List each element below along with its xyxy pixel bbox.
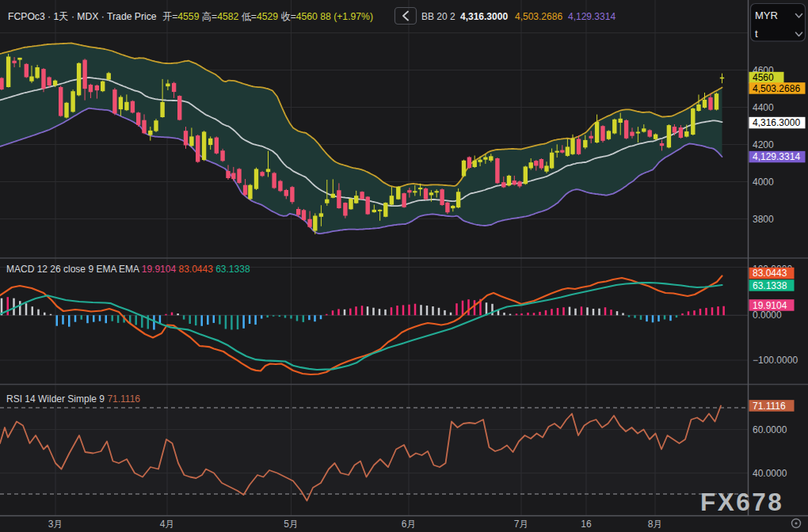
svg-text:4,503.2686: 4,503.2686 (515, 11, 562, 22)
svg-text:4,316.3000: 4,316.3000 (753, 117, 800, 128)
svg-text:4月: 4月 (160, 519, 175, 530)
svg-text:71.1116: 71.1116 (753, 401, 786, 412)
svg-text:4,316.3000: 4,316.3000 (460, 11, 508, 22)
svg-text:MACD 12 26 close 9 EMA EMA 19: MACD 12 26 close 9 EMA EMA 19.9104 83.04… (6, 264, 250, 275)
svg-text:0.0000: 0.0000 (753, 310, 782, 321)
svg-text:FCPOc3 · 1天 · MDX · Trade Pric: FCPOc3 · 1天 · MDX · Trade Price (8, 11, 157, 22)
svg-text:8月: 8月 (648, 519, 663, 530)
svg-text:16: 16 (581, 519, 592, 530)
svg-text:4400: 4400 (753, 102, 774, 113)
svg-text:5月: 5月 (284, 519, 299, 530)
svg-text:60.0000: 60.0000 (753, 424, 787, 435)
svg-text:83.0443: 83.0443 (753, 268, 787, 279)
svg-text:7月: 7月 (514, 519, 529, 530)
svg-text:63.1338: 63.1338 (753, 280, 787, 291)
svg-text:FX678: FX678 (700, 488, 783, 516)
svg-text:4000: 4000 (753, 177, 774, 188)
svg-text:19.9104: 19.9104 (753, 300, 787, 311)
svg-text:t: t (755, 28, 758, 40)
svg-text:40.0000: 40.0000 (753, 468, 787, 479)
svg-text:4,129.3314: 4,129.3314 (568, 11, 616, 22)
svg-text:−100.0000: −100.0000 (753, 355, 798, 366)
svg-text:4560: 4560 (753, 72, 774, 83)
svg-text:RSI 14 Wilder Simple 9 71.111: RSI 14 Wilder Simple 9 71.1116 (6, 393, 140, 405)
svg-text:BB 20 2: BB 20 2 (421, 11, 455, 22)
svg-text:4200: 4200 (753, 139, 774, 150)
svg-text:6月: 6月 (402, 519, 417, 530)
svg-text:4,503.2686: 4,503.2686 (753, 83, 800, 94)
svg-text:3月: 3月 (48, 519, 63, 530)
svg-text:3800: 3800 (753, 214, 774, 225)
svg-text:MYR: MYR (755, 10, 778, 21)
svg-text:开=4559 高=4582 低=4529 收=4560: 开=4559 高=4582 低=4529 收=4560 88 (+1.97%) (162, 11, 373, 22)
svg-text:4,129.3314: 4,129.3314 (753, 151, 800, 162)
